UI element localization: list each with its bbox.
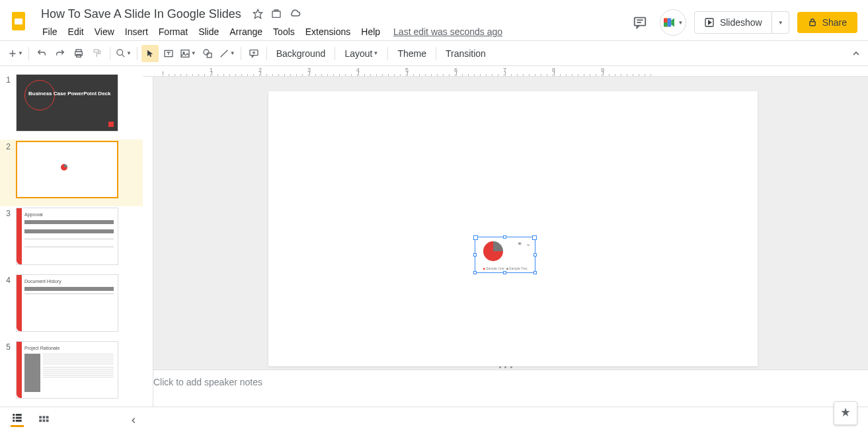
svg-line-31: [220, 50, 227, 57]
redo-button[interactable]: [52, 45, 69, 62]
svg-rect-3: [272, 11, 280, 17]
ruler-tick: 9: [601, 67, 604, 73]
collapse-filmstrip-icon[interactable]: [127, 414, 140, 427]
print-button[interactable]: [70, 45, 87, 62]
share-button[interactable]: Share: [797, 12, 857, 33]
menu-help[interactable]: Help: [356, 24, 385, 40]
svg-rect-35: [13, 414, 15, 416]
slide-number: 1: [4, 74, 16, 132]
separator: [110, 47, 110, 60]
svg-rect-1: [15, 19, 22, 24]
link-icon[interactable]: ⚭: [517, 240, 524, 247]
svg-rect-44: [39, 419, 42, 422]
canvas-area: 1 2 3 4 5 6 7 8 9: [143, 66, 868, 407]
filmstrip-view-icon[interactable]: [11, 414, 24, 427]
menu-arrange[interactable]: Arrange: [224, 24, 268, 40]
slide-thumb-4[interactable]: 4 Document History: [0, 273, 143, 340]
collapse-toolbar-icon[interactable]: [851, 48, 861, 59]
svg-rect-14: [810, 22, 815, 26]
svg-marker-23: [147, 50, 153, 57]
menu-extensions[interactable]: Extensions: [300, 24, 356, 40]
separator: [436, 47, 436, 60]
horizontal-ruler[interactable]: 1 2 3 4 5 6 7 8 9: [143, 66, 868, 77]
cloud-status-icon[interactable]: [289, 8, 301, 20]
svg-rect-39: [16, 417, 22, 419]
slide-thumb-5[interactable]: 5 Project Rationale: [0, 340, 143, 407]
shape-tool[interactable]: [199, 45, 216, 62]
new-slide-button[interactable]: ▼: [7, 45, 24, 62]
thumb-title: Document History: [24, 279, 61, 284]
theme-button[interactable]: Theme: [392, 45, 432, 62]
svg-rect-42: [43, 416, 46, 418]
menu-file[interactable]: File: [37, 24, 63, 40]
explore-button[interactable]: [834, 401, 857, 425]
speaker-notes[interactable]: Click to add speaker notes: [143, 370, 868, 407]
svg-rect-8: [664, 19, 668, 22]
slideshow-button[interactable]: Slideshow: [694, 11, 772, 34]
svg-marker-47: [841, 408, 849, 416]
ruler-tick: 7: [503, 67, 506, 73]
chevron-down-icon: ▼: [230, 50, 235, 56]
ruler-tick: 3: [307, 67, 311, 73]
svg-marker-11: [672, 19, 675, 27]
chevron-down-icon: ▼: [18, 50, 23, 56]
chevron-down-icon[interactable]: ⌄: [526, 240, 532, 247]
chevron-down-icon: ▼: [778, 20, 783, 26]
title-area: How To Save A Slide In Google Slides Fil…: [37, 5, 628, 41]
svg-point-21: [117, 50, 123, 56]
menubar: File Edit View Insert Format Slide Arran…: [37, 22, 628, 41]
separator: [137, 47, 138, 60]
document-title[interactable]: How To Save A Slide In Google Slides: [37, 6, 245, 22]
meet-button[interactable]: ▼: [660, 9, 686, 36]
slide-canvas[interactable]: ⚭ ⌄ ■ Sample One ■ Sample Two: [268, 91, 758, 366]
textbox-tool[interactable]: [160, 45, 177, 62]
undo-button[interactable]: [33, 45, 50, 62]
thumb-title: Project Rationale: [24, 346, 59, 350]
select-tool[interactable]: [141, 45, 159, 62]
ruler-tick: 1: [210, 67, 213, 73]
slide-number: 5: [4, 341, 16, 399]
chevron-down-icon: ▼: [373, 50, 378, 56]
chart-toolbar: ⚭ ⌄: [517, 240, 532, 247]
svg-rect-46: [46, 419, 49, 422]
comment-button[interactable]: [245, 45, 262, 62]
svg-rect-30: [207, 53, 212, 58]
ruler-tick: 8: [552, 67, 555, 73]
menu-edit[interactable]: Edit: [63, 24, 89, 40]
slide-thumb-3[interactable]: 3 Approval: [0, 206, 143, 273]
header-actions: ▼ Slideshow ▼ Share: [628, 9, 857, 36]
separator: [266, 47, 267, 60]
grid-view-icon[interactable]: [37, 414, 50, 427]
svg-rect-38: [16, 414, 22, 416]
slide-editor[interactable]: ⚭ ⌄ ■ Sample One ■ Sample Two: [143, 77, 868, 364]
zoom-button[interactable]: ▼: [114, 45, 133, 62]
slideshow-dropdown[interactable]: ▼: [772, 11, 789, 34]
separator: [387, 47, 388, 60]
selected-chart-object[interactable]: ⚭ ⌄ ■ Sample One ■ Sample Two: [475, 237, 535, 273]
slides-logo[interactable]: [5, 8, 32, 34]
svg-rect-45: [43, 419, 46, 422]
separator: [335, 47, 335, 60]
transition-button[interactable]: Transition: [440, 45, 491, 62]
last-edit-link[interactable]: Last edit was seconds ago: [393, 26, 502, 37]
slide-thumb-2[interactable]: 2: [0, 139, 143, 206]
menu-slide[interactable]: Slide: [193, 24, 224, 40]
move-icon[interactable]: [270, 8, 282, 20]
comments-icon[interactable]: [628, 11, 652, 34]
slide-number: 2: [4, 141, 16, 198]
image-tool[interactable]: ▼: [178, 45, 198, 62]
line-tool[interactable]: ▼: [217, 45, 237, 62]
star-icon[interactable]: [252, 8, 264, 20]
menu-insert[interactable]: Insert: [120, 24, 153, 40]
layout-button[interactable]: Layout▼: [339, 45, 383, 62]
ruler-tick: 4: [356, 67, 360, 73]
menu-view[interactable]: View: [89, 24, 120, 40]
slide-thumb-1[interactable]: 1 Business Case PowerPoint Deck: [0, 73, 143, 139]
toolbar: ▼ ▼ ▼ ▼ Background Layout▼ Theme Transit…: [0, 41, 868, 66]
background-button[interactable]: Background: [271, 45, 331, 62]
paint-format-button[interactable]: [89, 45, 106, 62]
menu-format[interactable]: Format: [153, 24, 193, 40]
filmstrip[interactable]: 1 Business Case PowerPoint Deck 2 3 Appr…: [0, 66, 143, 407]
menu-tools[interactable]: Tools: [268, 24, 300, 40]
chart-legend: ■ Sample One ■ Sample Two: [482, 266, 528, 270]
